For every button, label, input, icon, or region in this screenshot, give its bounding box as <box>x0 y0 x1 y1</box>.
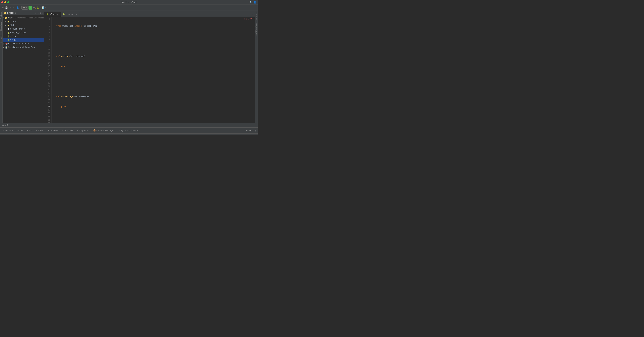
python-packages-icon: 📦 <box>93 129 96 132</box>
coverage-icon[interactable]: ⚡ <box>40 6 41 9</box>
project-sidebar-label[interactable]: Project <box>0 12 2 20</box>
code-text-3 <box>56 44 255 48</box>
bottom-tab-problems[interactable]: ⚠ Problems <box>44 128 60 133</box>
bottom-tab-label-terminal: Terminal <box>64 130 73 132</box>
save-icon[interactable]: 💾 <box>5 6 8 9</box>
ln-15: 15 <box>44 65 50 68</box>
tree-root-proto[interactable]: ▼ 📁 proto ~/PycharmProjects/luffySpider/… <box>3 16 44 20</box>
tab-app-py[interactable]: 🐍 _app.py ✕ <box>61 12 80 16</box>
project-folder-icon: 📁 <box>4 12 6 14</box>
project-filter-icon[interactable]: ⚡ <box>38 12 39 14</box>
bottom-tab-todo[interactable]: ≡ TODO <box>34 128 44 133</box>
tree-arrow-proto: ▼ <box>3 17 4 19</box>
code-text-2 <box>56 34 255 38</box>
code-line-2 <box>54 34 255 38</box>
nav-forward-icon[interactable]: → <box>12 6 14 9</box>
toolbar: ☰ 💾 ← → 👤 v2 ▼ ▶ 🔨 🐛 ⚡ 📊 ■ <box>0 5 258 11</box>
user-icon[interactable]: 👤 <box>16 6 19 9</box>
ln-9: 9 <box>44 44 50 48</box>
nav-back-icon[interactable]: ← <box>10 6 12 9</box>
ln-18: 18 <box>44 75 50 78</box>
build-icon[interactable]: 🔨 <box>33 6 36 9</box>
code-text-4: def on_open(ws, message): <box>56 55 255 58</box>
bottom-tab-terminal[interactable]: ▮ Terminal <box>60 128 75 133</box>
tree-arrow-other: ▶ <box>5 24 7 26</box>
avatar-icon[interactable]: 👤 <box>254 1 256 4</box>
tab-close-v3py[interactable]: ✕ <box>57 14 59 16</box>
bottom-tab-label-todo: TODO <box>38 130 42 132</box>
tree-item-venv[interactable]: ▶ 📁 .venv <box>3 20 44 24</box>
event-log-label[interactable]: Event Log <box>246 130 256 132</box>
code-content[interactable]: from websocket import WebSocketApp def o… <box>52 17 255 123</box>
tab-close-app-py[interactable]: ✕ <box>76 13 78 15</box>
code-line-9: pass <box>54 105 255 108</box>
code-text-10 <box>56 115 255 118</box>
maximize-button[interactable] <box>8 1 10 3</box>
tree-item-scratches[interactable]: ▶ 📝 Scratches and Consoles <box>3 46 44 49</box>
code-line-5: pass <box>54 65 255 68</box>
chevron-down-icon: ▼ <box>26 7 26 8</box>
ln-25: 25 <box>44 98 50 102</box>
bottom-tab-version-control[interactable]: ↑ Version Control <box>1 128 25 133</box>
editor-area: 🐍 v3.py ✕ 🐍 _app.py ✕ ⋮ 1 2 3 4 5 6 7 <box>44 11 255 123</box>
project-close-icon[interactable]: ✕ <box>42 12 43 14</box>
warnings-indicator[interactable]: ⚠ 9 ▲ ▼ <box>244 18 252 20</box>
bookmarks-sidebar-label[interactable]: Bookmarks <box>0 33 2 43</box>
code-text-5: pass <box>56 65 255 68</box>
run-config-label: v2 <box>23 6 25 9</box>
tab-v3py[interactable]: 🐍 v3.py ✕ <box>44 12 61 16</box>
debug-icon[interactable]: 🐛 <box>36 6 39 9</box>
run-config-dropdown[interactable]: v2 ▼ <box>22 6 28 10</box>
ln-1: 1 <box>44 18 50 21</box>
project-sort-icon[interactable]: ↕ <box>36 12 38 14</box>
tree-icon-douyin-pb2: 🐍 <box>8 32 10 34</box>
ln-32: 32 <box>44 122 50 123</box>
project-gear-icon[interactable]: ⚙ <box>40 12 41 14</box>
code-line-1: from websocket import WebSocketApp <box>54 24 255 28</box>
run-button[interactable]: ▶ <box>28 6 32 10</box>
close-button[interactable] <box>1 1 3 3</box>
tree-icon-douyin-proto: 📄 <box>8 28 10 30</box>
code-editor[interactable]: 1 2 3 4 5 6 7 8 9 10 11 12 13 14 15 16 1… <box>44 17 255 123</box>
bottom-tab-python-packages[interactable]: 📦 Python Packages <box>92 128 116 133</box>
tree-item-external-libs[interactable]: ▶ 📚 External Libraries <box>3 42 44 46</box>
tree-item-v3[interactable]: ▶ 🐍 v3.py <box>3 38 44 42</box>
project-panel-header: 📁 Project ⚙ ↕ ⚡ ⚙ ✕ <box>3 11 44 16</box>
version-control-icon: ↑ <box>3 130 4 132</box>
python-console-icon: ≫ <box>118 129 120 132</box>
hamburger-menu[interactable]: ☰ <box>1 6 4 9</box>
stop-icon[interactable]: ■ <box>45 6 46 9</box>
code-text-1: from websocket import WebSocketApp <box>56 24 255 28</box>
tree-label-external-libs: External Libraries <box>8 42 30 45</box>
bottom-tab-python-console[interactable]: ≫ Python Console <box>116 128 140 133</box>
tree-item-other[interactable]: ▶ 📁 其他 <box>3 24 44 27</box>
bottom-tab-run[interactable]: ▶ Run <box>25 128 34 133</box>
ln-6: 6 <box>44 34 50 38</box>
editor-tab-bar: 🐍 v3.py ✕ 🐍 _app.py ✕ ⋮ <box>44 11 255 17</box>
minimize-button[interactable] <box>4 1 6 3</box>
tree-item-douyin-proto[interactable]: ▶ 📄 douyin.proto <box>3 27 44 31</box>
ln-12: 12 <box>44 55 50 58</box>
endpoints-icon: ⚡ <box>77 129 78 132</box>
tree-item-douyin-pb2[interactable]: ▶ 🐍 douyin_pb2.py <box>3 31 44 34</box>
tree-item-v2[interactable]: ▶ 🐍 v2.py <box>3 34 44 38</box>
bottom-tab-endpoints[interactable]: ⚡ Endpoints <box>75 128 91 133</box>
structure-sidebar-label[interactable]: Structure <box>0 21 2 32</box>
run-with-coverage[interactable]: 📊 <box>42 6 44 9</box>
code-text-9: pass <box>56 105 255 108</box>
code-text-6 <box>56 75 255 78</box>
tree-icon-other: 📁 <box>8 24 10 26</box>
project-tree: ▼ 📁 proto ~/PycharmProjects/luffySpider/… <box>3 16 44 123</box>
tab-more-options[interactable]: ⋮ <box>250 12 255 16</box>
database-label[interactable]: Database <box>255 12 258 21</box>
bottom-tab-label-version-control: Version Control <box>5 130 23 132</box>
tree-arrow-venv: ▶ <box>5 21 7 22</box>
project-panel-title: Project <box>7 12 34 14</box>
tree-folder-icon-proto: 📁 <box>5 17 7 19</box>
project-settings-icon[interactable]: ⚙ <box>34 12 36 14</box>
search-icon[interactable]: 🔍 <box>250 1 252 4</box>
notifications-label[interactable]: Notifications <box>255 22 258 36</box>
tree-icon-external-libs: 📚 <box>5 42 8 45</box>
ln-26: 26 <box>44 102 50 105</box>
code-line-7 <box>54 85 255 88</box>
